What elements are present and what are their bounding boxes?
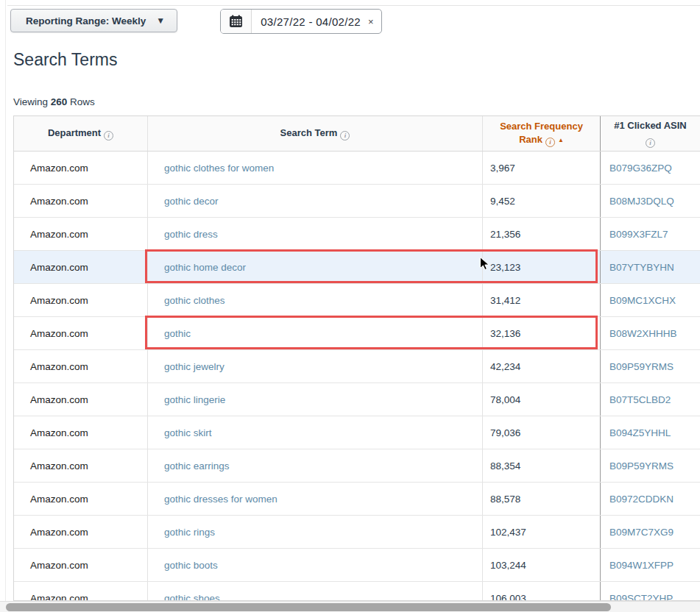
asin-link-cell: B09M7C7XG9 xyxy=(601,516,700,548)
department-cell-cell: Amazon.com xyxy=(14,383,148,416)
asin-link[interactable]: B09M7C7XG9 xyxy=(609,527,674,538)
table-row: Amazon.comgothic home decor23,123B07YTYB… xyxy=(14,251,700,284)
search-term-link[interactable]: gothic clothes for women xyxy=(164,163,274,174)
search-term-link-cell: gothic lingerie xyxy=(148,383,483,416)
asin-link[interactable]: B07T5CLBD2 xyxy=(609,394,671,405)
table-row: Amazon.comgothic skirt79,036B094Z5YHHL xyxy=(14,416,700,449)
rank-value: 31,412 xyxy=(490,295,520,306)
left-divider xyxy=(5,0,6,612)
asin-link[interactable]: B08W2XHHHB xyxy=(609,328,677,339)
search-term-link[interactable]: gothic jewelry xyxy=(164,361,225,372)
search-terms-table: Departmenti Search Termi Search Frequenc… xyxy=(13,115,700,601)
department-cell-cell: Amazon.com xyxy=(14,218,148,250)
asin-link[interactable]: B09P59YRMS xyxy=(609,460,674,472)
asin-link-cell: B09P59YRMS xyxy=(601,449,700,482)
search-term-link-cell: gothic shoes xyxy=(148,582,483,601)
department-cell: Amazon.com xyxy=(30,527,88,538)
search-term-header-label: Search Term xyxy=(280,127,338,138)
search-term-link[interactable]: gothic dress xyxy=(164,229,218,240)
department-cell: Amazon.com xyxy=(30,328,88,339)
search-term-link-cell: gothic skirt xyxy=(148,416,483,449)
reporting-range-dropdown[interactable]: Reporting Range: Weekly ▼ xyxy=(10,9,177,32)
info-icon[interactable]: i xyxy=(545,138,555,147)
rank-value-cell: 103,244 xyxy=(483,549,601,581)
department-cell-cell: Amazon.com xyxy=(14,185,148,217)
search-term-link-cell: gothic xyxy=(148,317,483,349)
asin-link[interactable]: B07YTYBYHN xyxy=(609,262,674,273)
asin-link[interactable]: B099X3FZL7 xyxy=(609,229,668,240)
horizontal-scrollbar-thumb[interactable] xyxy=(6,603,611,611)
rank-value: 42,234 xyxy=(490,361,520,372)
search-term-link[interactable]: gothic boots xyxy=(164,560,218,571)
asin-link-cell: B079G36ZPQ xyxy=(601,152,700,184)
rank-value: 21,356 xyxy=(490,229,520,240)
asin-link[interactable]: B09SCT2YHP xyxy=(609,593,673,602)
table-row: Amazon.comgothic32,136B08W2XHHHB xyxy=(14,317,700,350)
search-term-link[interactable]: gothic skirt xyxy=(164,427,212,438)
asin-link[interactable]: B08MJ3DQLQ xyxy=(609,196,674,207)
asin-link-cell: B07T5CLBD2 xyxy=(601,383,700,416)
rank-value: 32,136 xyxy=(490,328,520,339)
search-term-link-cell: gothic clothes for women xyxy=(148,152,483,184)
asin-link-cell: B09SCT2YHP xyxy=(601,582,700,601)
search-term-link-cell: gothic home decor xyxy=(148,251,483,283)
search-term-link-cell: gothic clothes xyxy=(148,284,483,316)
asin-link-cell: B09MC1XCHX xyxy=(601,284,700,316)
top-divider xyxy=(7,5,700,6)
search-term-link[interactable]: gothic lingerie xyxy=(164,394,225,405)
table-body: Amazon.comgothic clothes for women3,967B… xyxy=(14,152,700,601)
search-term-link-cell: gothic rings xyxy=(148,516,483,548)
column-header-search-frequency-rank[interactable]: Search Frequency Ranki▲ xyxy=(483,116,601,151)
rank-value: 3,967 xyxy=(490,163,515,174)
search-term-link[interactable]: gothic xyxy=(164,328,191,339)
rank-value: 106,003 xyxy=(490,593,526,602)
search-term-link[interactable]: gothic shoes xyxy=(164,593,220,602)
rank-value-cell: 106,003 xyxy=(483,582,601,601)
table-row: Amazon.comgothic dress21,356B099X3FZL7 xyxy=(14,218,700,251)
search-term-link[interactable]: gothic dresses for women xyxy=(164,494,277,505)
rank-value: 9,452 xyxy=(490,196,515,207)
info-icon[interactable]: i xyxy=(340,131,350,140)
asin-link[interactable]: B09P59YRMS xyxy=(609,361,674,372)
table-row: Amazon.comgothic dresses for women88,578… xyxy=(14,483,700,516)
search-term-link[interactable]: gothic home decor xyxy=(164,262,246,273)
department-cell: Amazon.com xyxy=(30,494,88,505)
asin-link[interactable]: B079G36ZPQ xyxy=(609,163,672,174)
chevron-down-icon: ▼ xyxy=(156,16,165,25)
column-header-department[interactable]: Departmenti xyxy=(14,116,148,151)
page-title: Search Terms xyxy=(13,50,117,70)
column-header-search-term[interactable]: Search Termi xyxy=(148,116,483,151)
asin-link[interactable]: B0972CDDKN xyxy=(609,494,674,505)
search-term-link[interactable]: gothic earrings xyxy=(164,460,230,472)
asin-header-label: #1 Clicked ASIN xyxy=(614,120,687,131)
search-term-link[interactable]: gothic clothes xyxy=(164,295,225,306)
search-term-link-cell: gothic earrings xyxy=(148,449,483,482)
search-term-link-cell: gothic dresses for women xyxy=(148,483,483,515)
table-row: Amazon.comgothic decor9,452B08MJ3DQLQ xyxy=(14,185,700,218)
sort-ascending-icon[interactable]: ▲ xyxy=(558,137,564,143)
rank-value-cell: 88,354 xyxy=(483,449,601,482)
table-row: Amazon.comgothic lingerie78,004B07T5CLBD… xyxy=(14,383,700,416)
rank-value-cell: 9,452 xyxy=(483,185,601,217)
asin-link[interactable]: B09MC1XCHX xyxy=(609,295,676,306)
asin-link[interactable]: B094Z5YHHL xyxy=(609,427,671,438)
column-header-clicked-asin[interactable]: #1 Clicked ASIN i xyxy=(601,116,700,151)
search-term-link[interactable]: gothic rings xyxy=(164,527,215,538)
info-icon[interactable]: i xyxy=(104,131,113,140)
horizontal-scrollbar[interactable] xyxy=(0,601,700,612)
rank-value-cell: 102,437 xyxy=(483,516,601,548)
department-cell-cell: Amazon.com xyxy=(14,317,148,349)
info-icon[interactable]: i xyxy=(646,138,655,148)
clear-date-icon[interactable]: × xyxy=(368,16,381,27)
table-row: Amazon.comgothic earrings88,354B09P59YRM… xyxy=(14,449,700,483)
table-row: Amazon.comgothic clothes31,412B09MC1XCHX xyxy=(14,284,700,317)
date-range-picker[interactable]: 03/27/22 - 04/02/22 × xyxy=(220,9,381,34)
viewing-count: 260 xyxy=(51,96,68,107)
date-range-value: 03/27/22 - 04/02/22 xyxy=(252,15,368,28)
department-cell-cell: Amazon.com xyxy=(14,152,148,184)
search-term-link[interactable]: gothic decor xyxy=(164,196,219,207)
calendar-icon xyxy=(221,10,252,33)
asin-link[interactable]: B094W1XFPP xyxy=(609,560,674,571)
viewing-suffix: Rows xyxy=(70,96,95,107)
department-cell: Amazon.com xyxy=(30,361,88,372)
